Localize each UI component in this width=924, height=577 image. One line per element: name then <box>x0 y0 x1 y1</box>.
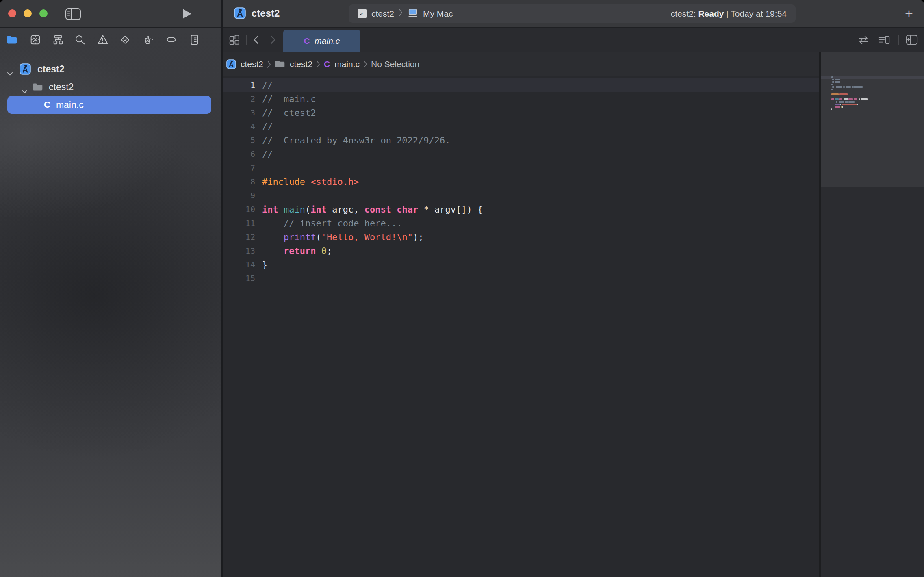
code-text: // <box>262 121 273 132</box>
jumpbar-file[interactable]: C main.c <box>324 59 360 69</box>
tests-icon[interactable] <box>119 34 131 46</box>
code-line[interactable]: 1// <box>223 78 819 92</box>
minimap-line <box>844 98 848 100</box>
code-line[interactable]: 9 <box>223 189 819 202</box>
close-button[interactable] <box>8 9 16 17</box>
line-number[interactable]: 12 <box>223 232 255 242</box>
line-number[interactable]: 10 <box>223 204 255 214</box>
minimap-line <box>840 104 841 105</box>
line-number[interactable]: 11 <box>223 218 255 228</box>
run-destination[interactable]: My Mac <box>423 9 453 19</box>
tree-label[interactable]: ctest2 <box>49 82 74 93</box>
editor-grid-icon[interactable] <box>228 34 241 46</box>
debug-icon[interactable] <box>142 34 154 46</box>
line-number[interactable]: 4 <box>223 121 255 131</box>
line-number[interactable]: 6 <box>223 149 255 159</box>
minimap-line <box>831 93 839 95</box>
minimap[interactable] <box>819 52 924 577</box>
symbols-icon[interactable] <box>52 34 64 46</box>
minimap-viewport[interactable] <box>821 52 924 187</box>
minimap-current-line <box>821 76 924 79</box>
jumpbar-group[interactable]: ctest2 <box>275 59 312 69</box>
minimap-line <box>848 104 857 105</box>
jumpbar-label[interactable]: main.c <box>334 59 360 69</box>
back-icon[interactable] <box>251 35 262 45</box>
breakpoints-icon[interactable] <box>165 34 178 46</box>
zoom-button[interactable] <box>39 9 48 17</box>
code-review-icon[interactable] <box>857 34 870 46</box>
code-text: return 0; <box>262 246 332 256</box>
search-icon[interactable] <box>74 34 86 46</box>
minimap-line <box>832 79 834 80</box>
minimap-line <box>857 104 858 105</box>
minimap-line <box>854 86 863 88</box>
minimap-line <box>835 106 840 108</box>
scheme-name[interactable]: ctest2 <box>371 9 394 19</box>
code-line[interactable]: 13 return 0; <box>223 244 819 258</box>
minimap-line <box>839 101 844 103</box>
jumpbar-label[interactable]: ctest2 <box>241 59 263 69</box>
chevron-down-icon[interactable] <box>22 85 28 96</box>
line-number[interactable]: 13 <box>223 246 255 256</box>
toggle-sidebar-icon[interactable] <box>65 7 82 20</box>
editor-options-icon[interactable] <box>878 34 891 46</box>
run-icon[interactable] <box>181 8 193 20</box>
code-line[interactable]: 12 printf("Hello, World!\n"); <box>223 230 819 244</box>
tree-row-file-selected[interactable]: C main.c <box>0 96 221 114</box>
tree-row-project[interactable]: ctest2 <box>0 60 221 78</box>
line-number[interactable]: 15 <box>223 273 255 283</box>
code-line[interactable]: 5// Created by 4nsw3r on 2022/9/26. <box>223 133 819 147</box>
minimize-button[interactable] <box>24 9 32 17</box>
forward-icon[interactable] <box>267 35 278 45</box>
code-line[interactable]: 11 // insert code here... <box>223 216 819 230</box>
scheme-and-status-bar: >_ ctest2 My Mac ctest2: Ready | Today a… <box>349 4 796 23</box>
add-editor-icon[interactable] <box>905 34 918 46</box>
line-number[interactable]: 5 <box>223 135 255 145</box>
reports-icon[interactable] <box>188 34 200 46</box>
line-number[interactable]: 1 <box>223 80 255 90</box>
minimap-line <box>843 86 845 88</box>
add-icon[interactable]: + <box>901 6 917 21</box>
project-navigator-icon[interactable] <box>6 34 18 46</box>
jumpbar-label[interactable]: ctest2 <box>290 59 312 69</box>
line-number[interactable]: 9 <box>223 191 255 200</box>
code-line[interactable]: 2// main.c <box>223 92 819 106</box>
source-control-icon[interactable] <box>29 34 41 46</box>
issues-icon[interactable] <box>97 34 109 46</box>
code-line[interactable]: 4// <box>223 119 819 133</box>
tab-bar: C main.c <box>223 28 924 52</box>
code-line[interactable]: 7 <box>223 161 819 175</box>
line-number[interactable]: 8 <box>223 177 255 187</box>
minimap-line <box>839 93 848 95</box>
file-tree: ctest2 ctest2 C main.c <box>0 60 221 114</box>
jumpbar-no-selection[interactable]: No Selection <box>371 59 419 69</box>
scheme-selector[interactable]: >_ ctest2 My Mac <box>358 9 453 19</box>
minimap-line <box>846 86 851 88</box>
code-line[interactable]: 10int main(int argc, const char * argv[]… <box>223 202 819 216</box>
tree-row-group[interactable]: ctest2 <box>0 78 221 96</box>
tree-label[interactable]: ctest2 <box>37 64 64 75</box>
line-number[interactable]: 14 <box>223 260 255 269</box>
line-number[interactable]: 3 <box>223 108 255 117</box>
code-line[interactable]: 6// <box>223 147 819 161</box>
code-line[interactable]: 15 <box>223 271 819 285</box>
code-line[interactable]: 8#include <stdio.h> <box>223 175 819 189</box>
minimap-line <box>835 81 840 83</box>
code-text: // Created by 4nsw3r on 2022/9/26. <box>262 135 451 145</box>
project-icon <box>20 63 31 77</box>
tree-label[interactable]: main.c <box>56 100 84 111</box>
source-editor[interactable]: 1//2// main.c3// ctest24//5// Created by… <box>223 76 819 577</box>
sidebar-divider[interactable] <box>221 0 223 577</box>
jump-bar: ctest2 ctest2 C main.c No Selection <box>223 52 819 76</box>
code-line[interactable]: 14} <box>223 258 819 271</box>
toolbar-divider <box>898 35 899 45</box>
tab-main-c[interactable]: C main.c <box>283 30 360 52</box>
code-line[interactable]: 3// ctest2 <box>223 106 819 119</box>
line-number[interactable]: 7 <box>223 163 255 173</box>
activity-status[interactable]: ctest2: Ready | Today at 19:54 <box>671 9 787 19</box>
jumpbar-project[interactable]: ctest2 <box>226 59 263 69</box>
chevron-down-icon[interactable] <box>7 67 13 78</box>
status-divider: | <box>726 9 728 18</box>
line-number[interactable]: 2 <box>223 94 255 104</box>
minimap-line <box>854 98 857 100</box>
